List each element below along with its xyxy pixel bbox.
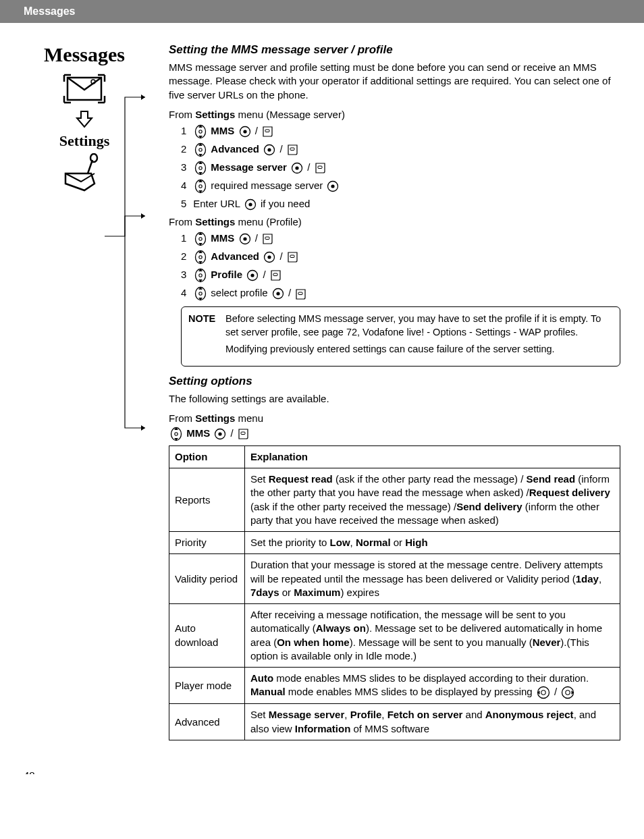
t: if you need [261,198,310,209]
t: menu (Message server) [235,109,345,120]
step: 3 Message server / [181,159,620,175]
nav-updown-icon [194,250,207,265]
t: / [255,125,261,136]
opt-name: Player mode [169,668,245,704]
label: select profile [211,287,267,298]
section2-title: Setting options [169,375,620,388]
opt-expl: Duration that your message is stored at … [245,554,620,604]
table-row: Auto download After receiving a message … [169,604,620,668]
step: 4 select profile / [181,285,620,301]
label: required message server [211,180,323,191]
proc2-from: From Settings menu (Profile) [169,216,620,227]
messages-icon [57,70,111,110]
opt-expl: Set the priority to Low, Normal or High [245,532,620,554]
center-key-icon [214,428,226,440]
note-p2: Modifying previously entered settings ca… [225,343,613,356]
softkey-icon [262,125,274,138]
step: 4 required message server [181,178,620,194]
svg-marker-15 [141,94,145,100]
center-key-icon [263,251,275,263]
section2-intro: The following settings are available. [169,392,620,406]
table-row: Priority Set the priority to Low, Normal… [169,532,620,554]
svg-marker-16 [141,213,145,219]
section2-from: From Settings menu [169,412,620,424]
t: Settings [195,109,235,120]
label: MMS [211,125,234,136]
t: / [255,232,261,244]
opt-name: Advanced [169,704,245,740]
softkey-icon [287,250,299,263]
options-table: Option Explanation Reports Set Request r… [169,445,620,740]
nav-updown-icon [194,268,207,283]
label: MMS [186,427,210,439]
center-key-icon [244,198,257,211]
section1-title: Setting the MMS message server / profile [169,43,620,57]
softkey-icon [295,288,307,300]
center-key-icon [246,269,259,281]
center-key-icon [291,162,303,174]
t: Settings [195,216,235,227]
opt-expl: Auto mode enables MMS slides to be displ… [245,668,620,704]
nav-updown-icon [170,427,182,441]
right-column: Setting the MMS message server / profile… [169,43,620,740]
center-key-icon [239,126,251,138]
down-arrow-icon [74,110,95,129]
table-header-row: Option Explanation [169,445,620,468]
step: 1 MMS / [181,123,620,139]
step: 3 Profile / [181,267,620,283]
t: / [279,143,285,155]
step: 1 MMS / [181,230,620,246]
note-label: NOTE [188,313,222,326]
table-row: Advanced Set Message server, Profile, Fe… [169,704,620,740]
table-row: Validity period Duration that your messa… [169,554,620,604]
step: 2 Advanced / [181,248,620,265]
note-box: NOTE Before selecting MMS message server… [181,306,620,367]
softkey-icon [287,143,299,156]
nav-updown-icon [194,232,207,246]
label: Message server [211,161,287,173]
nav-updown-icon [194,179,207,194]
opt-name: Priority [169,532,245,554]
label: MMS [211,232,234,244]
center-key-icon [263,144,275,156]
page-body: Messages Settings Setting the [0,23,644,774]
opt-expl: Set Message server, Profile, Fetch on se… [245,704,620,740]
t: menu (Profile) [235,216,301,227]
center-key-icon [239,233,251,245]
t: menu [235,412,263,424]
nav-updown-icon [194,142,207,157]
label: Advanced [211,143,259,155]
nav-updown-icon [194,124,207,139]
note-p1: Before selecting MMS message server, you… [225,313,613,339]
nav-updown-icon [194,161,207,175]
th-explanation: Explanation [245,445,620,468]
nav-right-icon [561,686,574,699]
proc1-from: From Settings menu (Message server) [169,109,620,120]
section1-intro: MMS message server and profile setting m… [169,61,620,102]
nav-left-icon [537,686,550,699]
th-option: Option [169,445,245,468]
connector-lines [105,88,155,506]
t: / [288,287,294,298]
nav-updown-icon [194,286,207,301]
opt-name: Auto download [169,604,245,668]
page-number: 48 [24,769,35,774]
step: 5 Enter URL if you need [181,196,620,212]
header-bar: Messages [0,0,644,23]
proc2-steps: 1 MMS / 2 Advanced / 3 Profile / [169,230,620,301]
svg-marker-17 [141,425,145,431]
proc1-steps: 1 MMS / 2 Advanced / 3 Message server / [169,123,620,212]
label: Advanced [211,250,259,262]
t: From [169,216,195,227]
opt-name: Reports [169,468,245,532]
t: Settings [195,412,235,424]
svg-point-14 [90,154,97,162]
softkey-icon [315,161,327,174]
step: 2 Advanced / [181,141,620,157]
t: From [169,412,195,424]
opt-expl: Set Request read (ask if the other party… [245,468,620,532]
softkey-icon [270,269,282,281]
note-body: Before selecting MMS message server, you… [225,313,613,356]
label: Profile [211,269,242,280]
left-column: Messages Settings [24,36,145,200]
